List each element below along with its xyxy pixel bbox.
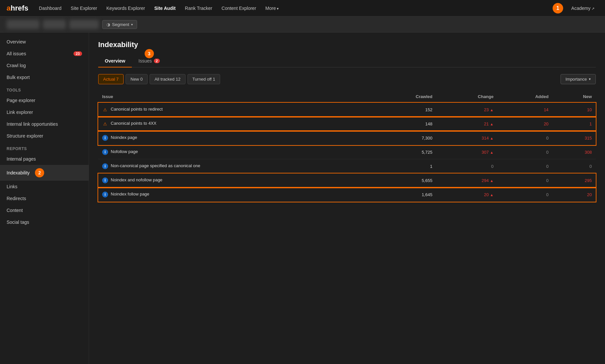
page-title: Indexability: [98, 40, 596, 49]
nav-academy[interactable]: Academy: [567, 3, 598, 13]
blurred-item-2: [43, 20, 66, 29]
crawled-value: 148: [373, 117, 436, 131]
added-value: 0: [498, 173, 553, 188]
step-1-badge: 1: [553, 3, 563, 13]
nav-more[interactable]: More: [261, 3, 283, 13]
step-3-badge: 3: [145, 49, 154, 58]
new-value: 308: [553, 145, 596, 159]
new-value: 315: [553, 131, 596, 145]
issue-name[interactable]: Noindex and nofollow page: [111, 177, 162, 182]
filter-all-tracked[interactable]: All tracked 12: [150, 74, 186, 84]
new-value: 10: [553, 103, 596, 117]
subheader: Segment: [0, 16, 605, 33]
warning-icon: ⚠: [102, 107, 108, 113]
new-value: 295: [553, 173, 596, 188]
issue-name[interactable]: Noindex follow page: [111, 192, 149, 196]
reports-section-title: Reports: [0, 142, 89, 153]
new-value: 0: [553, 159, 596, 173]
issue-cell: ⚠Canonical points to redirect: [98, 103, 373, 117]
tabs: Overview Issues 2 3: [98, 55, 596, 67]
tools-section-title: Tools: [0, 83, 89, 94]
sidebar-item-structure-explorer[interactable]: Structure explorer: [0, 130, 89, 142]
change-value: 294 ▲: [436, 173, 498, 188]
table-row[interactable]: iNoindex and nofollow page5,655294 ▲0295: [98, 173, 596, 188]
crawled-value: 5,655: [373, 173, 436, 188]
filter-new[interactable]: New 0: [126, 74, 148, 84]
crawled-value: 152: [373, 103, 436, 117]
col-added: Added: [498, 91, 553, 103]
blurred-item-3: [69, 20, 99, 29]
table-row[interactable]: iNoindex page7,300314 ▲0315: [98, 131, 596, 145]
table-row[interactable]: iNoindex follow page1,64520 ▲020: [98, 188, 596, 202]
info-icon: i: [102, 135, 108, 141]
change-value: 307 ▲: [436, 145, 498, 159]
filter-actual[interactable]: Actual 7: [98, 74, 124, 84]
sidebar-item-internal-link-opportunities[interactable]: Internal link opportunities: [0, 118, 89, 130]
filter-bar: Actual 7 New 0 All tracked 12 Turned off…: [98, 74, 596, 84]
change-value: 20 ▲: [436, 188, 498, 202]
issue-cell: iNoindex page: [98, 131, 373, 145]
sidebar-item-internal-pages[interactable]: Internal pages: [0, 153, 89, 165]
sidebar-item-bulk-export[interactable]: Bulk export: [0, 71, 89, 83]
added-value: 0: [498, 145, 553, 159]
blurred-item-1: [7, 20, 40, 29]
nav-dashboard[interactable]: Dashboard: [35, 3, 66, 13]
sidebar-item-all-issues[interactable]: All issues 23: [0, 48, 89, 60]
sidebar-item-social-tags[interactable]: Social tags: [0, 216, 89, 228]
issue-name[interactable]: Noindex page: [111, 135, 137, 140]
table-row[interactable]: iNofollow page5,725307 ▲0308: [98, 145, 596, 159]
tab-issues[interactable]: Issues 2 3: [132, 55, 166, 67]
info-icon: i: [102, 192, 108, 197]
logo[interactable]: ahrefs: [7, 4, 28, 13]
nav-keywords-explorer[interactable]: Keywords Explorer: [102, 3, 149, 13]
sidebar-item-content[interactable]: Content: [0, 204, 89, 216]
sidebar-item-overview[interactable]: Overview: [0, 36, 89, 48]
sidebar-item-link-explorer[interactable]: Link explorer: [0, 106, 89, 118]
segment-button[interactable]: Segment: [102, 20, 137, 29]
nav-content-explorer[interactable]: Content Explorer: [217, 3, 260, 13]
issue-name[interactable]: Non-canonical page specified as canonica…: [111, 163, 200, 168]
table-row[interactable]: ⚠Canonical points to 4XX14821 ▲201: [98, 117, 596, 131]
sidebar-item-links[interactable]: Links: [0, 181, 89, 193]
change-value: 0: [436, 159, 498, 173]
info-icon: i: [102, 177, 108, 183]
col-issue: Issue: [98, 91, 373, 103]
issue-cell: iNon-canonical page specified as canonic…: [98, 159, 373, 173]
added-value: 0: [498, 131, 553, 145]
nav-site-explorer[interactable]: Site Explorer: [67, 3, 101, 13]
all-issues-badge: 23: [73, 51, 82, 56]
info-icon: i: [102, 163, 108, 169]
added-value: 14: [498, 103, 553, 117]
nav-site-audit[interactable]: Site Audit: [150, 3, 180, 13]
tab-overview[interactable]: Overview: [98, 55, 132, 67]
nav-rank-tracker[interactable]: Rank Tracker: [181, 3, 216, 13]
issue-name[interactable]: Nofollow page: [111, 149, 138, 154]
sidebar-item-crawl-log[interactable]: Crawl log: [0, 60, 89, 71]
change-value: 314 ▲: [436, 131, 498, 145]
issue-cell: ⚠Canonical points to 4XX: [98, 117, 373, 131]
crawled-value: 1: [373, 159, 436, 173]
filter-turned-off[interactable]: Turned off 1: [187, 74, 220, 84]
added-value: 20: [498, 117, 553, 131]
added-value: 0: [498, 188, 553, 202]
info-icon: i: [102, 149, 108, 155]
col-new: New: [553, 91, 596, 103]
warning-icon: ⚠: [102, 121, 108, 127]
table-row[interactable]: iNon-canonical page specified as canonic…: [98, 159, 596, 173]
sidebar-item-page-explorer[interactable]: Page explorer: [0, 94, 89, 106]
importance-dropdown[interactable]: Importance: [561, 74, 596, 84]
issue-cell: iNoindex and nofollow page: [98, 173, 373, 188]
main-layout: Overview All issues 23 Crawl log Bulk ex…: [0, 33, 605, 364]
change-value: 21 ▲: [436, 117, 498, 131]
new-value: 1: [553, 117, 596, 131]
new-value: 20: [553, 188, 596, 202]
added-value: 0: [498, 159, 553, 173]
sidebar-item-redirects[interactable]: Redirects: [0, 193, 89, 204]
issue-name[interactable]: Canonical points to 4XX: [111, 121, 157, 126]
issues-table: Issue Crawled Change Added New ⚠Canonica…: [98, 91, 596, 202]
issue-name[interactable]: Canonical points to redirect: [111, 107, 163, 112]
content-area: Indexability Overview Issues 2 3 Actual …: [89, 33, 605, 364]
table-row[interactable]: ⚠Canonical points to redirect15223 ▲1410: [98, 103, 596, 117]
col-change: Change: [436, 91, 498, 103]
sidebar-item-indexability[interactable]: Indexability 2: [0, 165, 89, 181]
